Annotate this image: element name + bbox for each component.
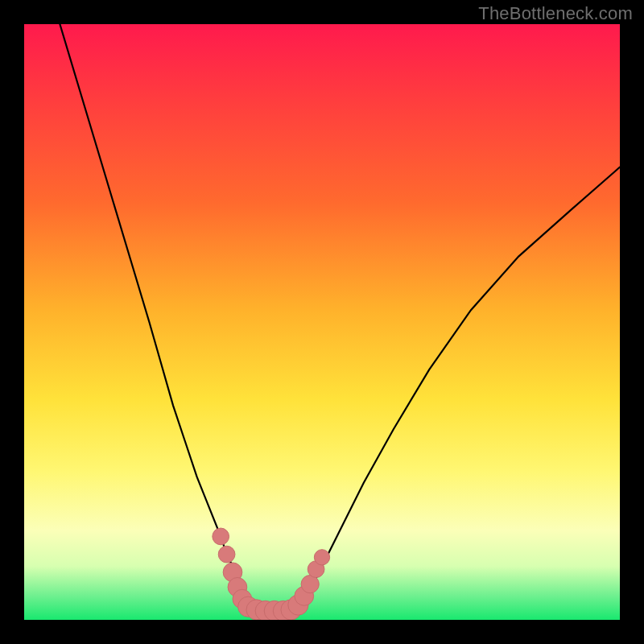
data-marker xyxy=(314,550,329,565)
chart-frame: TheBottleneck.com xyxy=(0,0,644,644)
data-marker xyxy=(213,528,229,545)
chart-svg xyxy=(24,24,620,620)
marker-group xyxy=(213,528,330,620)
watermark-text: TheBottleneck.com xyxy=(478,3,633,24)
plot-area xyxy=(24,24,620,620)
curve-left xyxy=(60,24,250,608)
curve-right xyxy=(298,167,620,609)
data-marker xyxy=(218,546,235,563)
